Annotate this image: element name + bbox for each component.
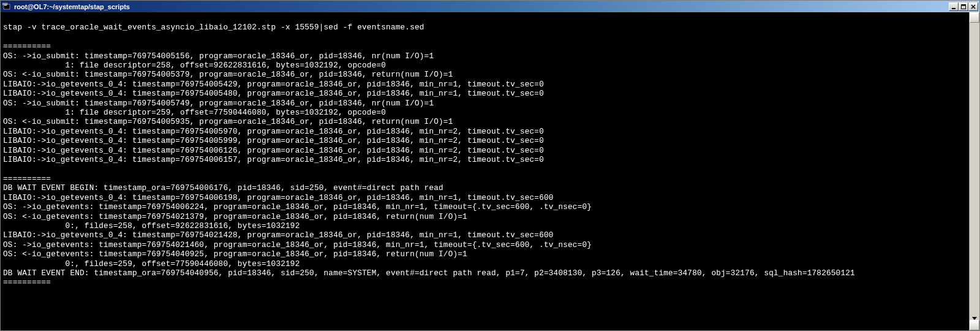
- scroll-track[interactable]: [970, 23, 979, 320]
- vertical-scrollbar[interactable]: [969, 12, 979, 330]
- close-button[interactable]: [968, 2, 978, 11]
- chevron-up-icon: [972, 12, 977, 23]
- minimize-button[interactable]: [949, 2, 959, 11]
- window-controls: [949, 2, 978, 11]
- terminal-area: stap -v trace_oracle_wait_events_asyncio…: [1, 12, 979, 330]
- titlebar[interactable]: root@OL7:~/systemtap/stap_scripts: [1, 1, 979, 12]
- scroll-down-button[interactable]: [970, 320, 979, 330]
- window-title: root@OL7:~/systemtap/stap_scripts: [14, 3, 130, 10]
- titlebar-left: root@OL7:~/systemtap/stap_scripts: [2, 2, 130, 12]
- svg-rect-2: [2, 3, 7, 5]
- chevron-down-icon: [972, 320, 977, 331]
- terminal-window: root@OL7:~/systemtap/stap_scripts stap -…: [0, 0, 980, 331]
- app-icon: [2, 2, 12, 12]
- scroll-up-button[interactable]: [970, 12, 979, 23]
- svg-rect-5: [962, 4, 966, 6]
- svg-rect-3: [952, 8, 956, 9]
- terminal-output[interactable]: stap -v trace_oracle_wait_events_asyncio…: [1, 12, 969, 330]
- maximize-button[interactable]: [959, 2, 968, 11]
- svg-rect-1: [4, 5, 7, 6]
